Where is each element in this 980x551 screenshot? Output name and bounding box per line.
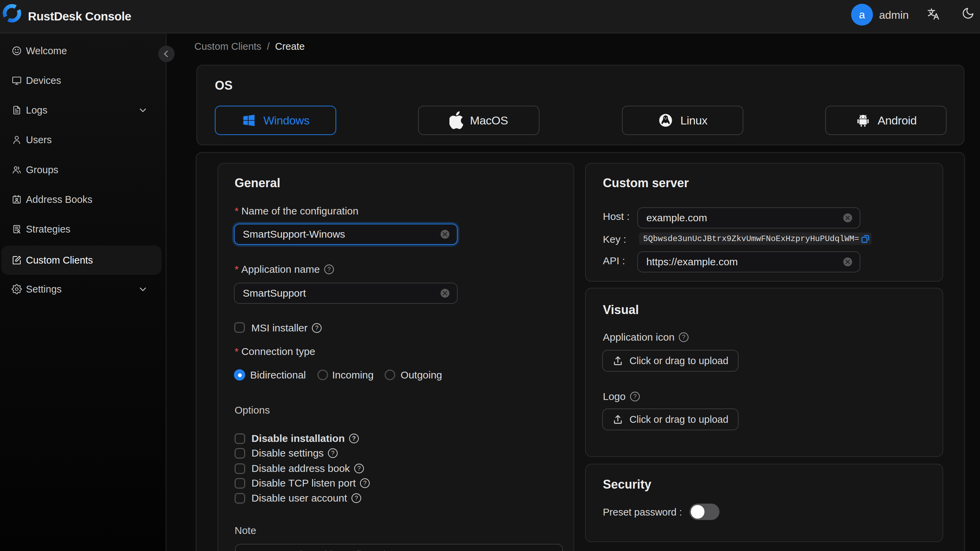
svg-text:?: ? bbox=[352, 435, 356, 442]
svg-text:?: ? bbox=[363, 480, 367, 487]
svg-text:?: ? bbox=[357, 465, 361, 472]
svg-text:?: ? bbox=[355, 495, 358, 502]
svg-text:?: ? bbox=[327, 266, 331, 273]
svg-text:?: ? bbox=[633, 393, 636, 400]
svg-text:?: ? bbox=[682, 334, 686, 341]
svg-text:?: ? bbox=[315, 325, 318, 331]
svg-text:?: ? bbox=[331, 450, 334, 457]
